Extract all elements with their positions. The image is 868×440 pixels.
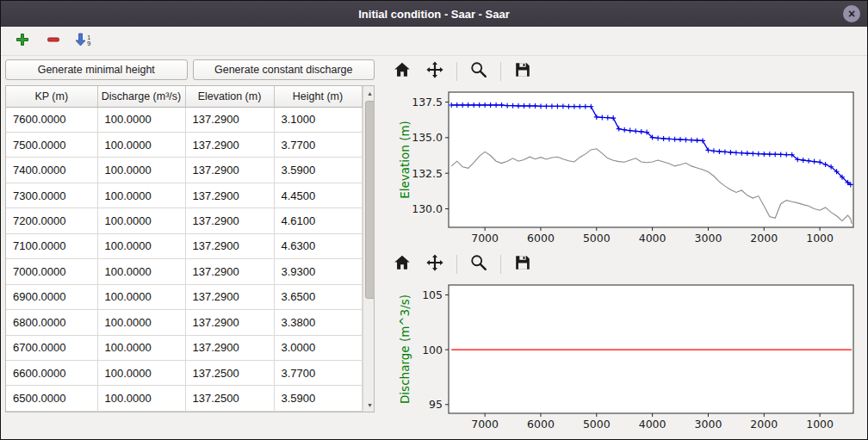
table-cell[interactable]: 4.6100 (274, 208, 362, 233)
table-row[interactable]: 6900.0000100.0000137.29003.6500 (6, 284, 362, 309)
table-cell[interactable]: 6900.0000 (6, 284, 97, 309)
svg-text:137.5: 137.5 (412, 96, 443, 108)
table-cell[interactable]: 4.4500 (274, 183, 362, 208)
add-row-button[interactable] (13, 32, 32, 51)
table-cell[interactable]: 7000.0000 (6, 259, 97, 284)
table-cell[interactable]: 6800.0000 (6, 310, 97, 335)
table-cell[interactable]: 100.0000 (97, 132, 185, 157)
column-header[interactable]: Height (m) (274, 86, 362, 107)
table-cell[interactable]: 3.7700 (274, 132, 362, 157)
table-cell[interactable]: 3.9300 (274, 259, 362, 284)
svg-text:5000: 5000 (583, 232, 611, 245)
scroll-thumb[interactable] (365, 101, 375, 299)
table-cell[interactable]: 3.5900 (274, 158, 362, 183)
table-cell[interactable]: 7600.0000 (6, 107, 97, 132)
table-cell[interactable]: 100.0000 (97, 107, 185, 132)
sort-digits: 1 9 (87, 35, 90, 47)
title-bar[interactable]: Initial condition - Saar - Saar × (1, 1, 867, 27)
minus-icon (46, 33, 60, 50)
sort-button[interactable]: 1 9 (75, 33, 90, 50)
table-cell[interactable]: 137.2900 (185, 208, 274, 233)
home-icon (393, 253, 412, 276)
table-cell[interactable]: 3.5900 (274, 386, 362, 412)
svg-text:130.0: 130.0 (412, 202, 443, 215)
scroll-track[interactable] (363, 100, 375, 398)
table-cell[interactable]: 3.1000 (274, 107, 362, 132)
save-button[interactable] (509, 252, 536, 276)
table-cell[interactable]: 7500.0000 (6, 132, 97, 157)
table-cell[interactable]: 137.2900 (185, 183, 274, 208)
discharge-chart[interactable]: 700060005000400030002000100010510095Disc… (383, 278, 862, 437)
table-row[interactable]: 7100.0000100.0000137.29004.6300 (6, 233, 362, 258)
table-row[interactable]: 6500.0000100.0000137.25003.5900 (6, 386, 362, 412)
svg-text:95: 95 (429, 398, 443, 411)
table-cell[interactable]: 100.0000 (97, 158, 185, 183)
elevation-plot-toolbar (383, 58, 867, 85)
svg-text:4000: 4000 (639, 418, 666, 431)
column-header[interactable]: Discharge (m³/s) (97, 86, 185, 107)
table-cell[interactable]: 100.0000 (97, 335, 185, 360)
table-cell[interactable]: 4.6300 (274, 233, 362, 258)
save-button[interactable] (509, 59, 536, 84)
generate-constant-discharge-button[interactable]: Generate constant discharge (193, 59, 375, 80)
home-button[interactable] (388, 252, 416, 276)
svg-text:1000: 1000 (806, 418, 834, 431)
table-cell[interactable]: 100.0000 (97, 284, 185, 309)
table-cell[interactable]: 137.2900 (185, 132, 274, 157)
table-row[interactable]: 7000.0000100.0000137.29003.9300 (6, 259, 362, 284)
table-cell[interactable]: 100.0000 (97, 183, 185, 208)
table-cell[interactable]: 100.0000 (97, 310, 185, 335)
svg-text:105: 105 (422, 288, 443, 301)
remove-row-button[interactable] (44, 32, 63, 51)
pan-button[interactable] (421, 252, 449, 276)
table-cell[interactable]: 3.7700 (274, 361, 362, 386)
table-row[interactable]: 7200.0000100.0000137.29004.6100 (6, 208, 362, 233)
column-header[interactable]: KP (m) (6, 86, 97, 107)
scroll-down-arrow[interactable]: ▼ (363, 398, 375, 412)
table-cell[interactable]: 137.2500 (185, 361, 274, 386)
table-cell[interactable]: 137.2900 (185, 259, 274, 284)
table-cell[interactable]: 137.2900 (185, 284, 274, 309)
table-cell[interactable]: 6700.0000 (6, 335, 97, 360)
table-row[interactable]: 6800.0000100.0000137.29003.3800 (6, 310, 362, 335)
table-cell[interactable]: 7100.0000 (6, 233, 97, 258)
table-cell[interactable]: 137.2900 (185, 335, 274, 360)
table-cell[interactable]: 7400.0000 (6, 158, 97, 183)
table-cell[interactable]: 137.2900 (185, 310, 274, 335)
table-row[interactable]: 7300.0000100.0000137.29004.4500 (6, 183, 362, 208)
table-cell[interactable]: 100.0000 (97, 259, 185, 284)
table-cell[interactable]: 100.0000 (97, 233, 185, 258)
table-row[interactable]: 6600.0000100.0000137.25003.7700 (6, 361, 362, 386)
table-cell[interactable]: 137.2900 (185, 158, 274, 183)
table-cell[interactable]: 7300.0000 (6, 183, 97, 208)
column-header[interactable]: Elevation (m) (185, 86, 274, 107)
zoom-button[interactable] (465, 59, 493, 84)
table-cell[interactable]: 3.0000 (274, 335, 362, 360)
home-button[interactable] (388, 59, 416, 84)
main-toolbar: 1 9 (1, 27, 867, 56)
save-icon (513, 60, 532, 83)
table-cell[interactable]: 3.3800 (274, 310, 362, 335)
table-row[interactable]: 7500.0000100.0000137.29003.7700 (6, 132, 362, 157)
table-cell[interactable]: 3.6500 (274, 284, 362, 309)
vertical-scrollbar[interactable]: ▲ ▼ (363, 86, 375, 412)
table-cell[interactable]: 6500.0000 (6, 386, 97, 412)
table-row[interactable]: 6700.0000100.0000137.29003.0000 (6, 335, 362, 360)
table-cell[interactable]: 100.0000 (97, 386, 185, 412)
close-button[interactable]: × (843, 5, 860, 22)
generate-minimal-height-button[interactable]: Generate minimal height (5, 59, 188, 80)
table-cell[interactable]: 137.2900 (185, 107, 274, 132)
scroll-up-arrow[interactable]: ▲ (363, 86, 375, 100)
table-cell[interactable]: 7200.0000 (6, 208, 97, 233)
table-row[interactable]: 7400.0000100.0000137.29003.5900 (6, 158, 362, 183)
plus-icon (16, 33, 29, 50)
pan-button[interactable] (421, 59, 449, 84)
elevation-chart[interactable]: 7000600050004000300020001000137.5135.013… (383, 85, 862, 251)
table-row[interactable]: 7600.0000100.0000137.29003.1000 (6, 107, 362, 132)
table-cell[interactable]: 100.0000 (97, 361, 185, 386)
table-cell[interactable]: 6600.0000 (6, 361, 97, 386)
table-cell[interactable]: 137.2500 (185, 386, 274, 412)
table-cell[interactable]: 100.0000 (97, 208, 185, 233)
zoom-button[interactable] (465, 252, 493, 276)
table-cell[interactable]: 137.2900 (185, 233, 274, 258)
